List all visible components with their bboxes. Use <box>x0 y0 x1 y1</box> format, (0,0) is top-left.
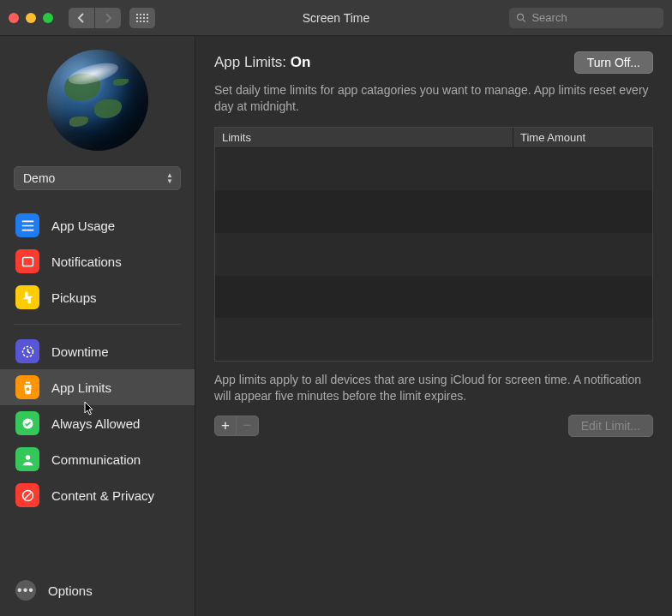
search-icon <box>516 12 526 24</box>
globe-avatar <box>47 50 148 151</box>
sidebar-item-label: App Usage <box>51 218 115 233</box>
turn-off-button[interactable]: Turn Off... <box>574 51 653 74</box>
page-description: Set daily time limits for app catagories… <box>214 82 653 115</box>
sidebar-item-notifications[interactable]: Notifications <box>0 243 195 279</box>
sidebar-item-app-limits[interactable]: App Limits <box>0 369 195 405</box>
sidebar-item-label: Options <box>48 583 93 598</box>
window-controls <box>9 13 53 23</box>
add-limit-button[interactable]: + <box>214 416 237 436</box>
sidebar-item-label: Pickups <box>51 290 97 305</box>
svg-rect-2 <box>22 257 33 266</box>
forward-button[interactable] <box>95 8 121 28</box>
zoom-window-button[interactable] <box>43 13 53 23</box>
show-all-button[interactable] <box>129 8 155 28</box>
table-body[interactable] <box>215 148 652 361</box>
chevron-right-icon <box>104 13 112 23</box>
titlebar: Screen Time <box>0 0 672 36</box>
sidebar-item-label: Content & Privacy <box>51 488 154 503</box>
window-title: Screen Time <box>303 11 370 25</box>
sidebar-item-content-privacy[interactable]: Content & Privacy <box>0 477 195 513</box>
pickups-icon <box>15 285 39 309</box>
app-usage-icon <box>15 213 39 237</box>
sidebar-item-label: Notifications <box>51 254 122 269</box>
page-title-prefix: App Limits: <box>214 54 291 70</box>
sidebar-item-always-allowed[interactable]: Always Allowed <box>0 405 195 441</box>
user-select[interactable]: Demo ▲▼ <box>14 166 181 190</box>
app-limits-icon <box>15 375 39 399</box>
content-pane: App Limits: On Turn Off... Set daily tim… <box>195 36 672 616</box>
content-privacy-icon <box>15 483 39 507</box>
sidebar-list: App Usage Notifications Pickups Down <box>0 207 195 513</box>
nav-buttons <box>69 8 121 28</box>
sidebar-item-options[interactable]: ••• Options <box>0 570 195 611</box>
sidebar-item-label: Communication <box>51 452 141 467</box>
sidebar-divider <box>14 324 181 325</box>
options-icon: ••• <box>15 580 36 601</box>
table-row <box>215 318 652 361</box>
grid-icon <box>136 14 148 22</box>
sidebar-item-downtime[interactable]: Downtime <box>0 333 195 369</box>
back-button[interactable] <box>69 8 94 28</box>
table-row <box>215 190 652 233</box>
svg-line-1 <box>523 19 525 21</box>
limits-table: Limits Time Amount <box>214 127 653 362</box>
user-avatar-wrap <box>0 50 195 151</box>
close-window-button[interactable] <box>9 13 19 23</box>
sidebar-item-label: App Limits <box>51 380 111 395</box>
column-header-limits[interactable]: Limits <box>215 128 513 147</box>
updown-chevron-icon: ▲▼ <box>166 173 173 184</box>
remove-limit-button[interactable]: − <box>237 416 259 436</box>
sidebar-item-label: Always Allowed <box>51 416 140 431</box>
table-row <box>215 233 652 276</box>
communication-icon <box>15 447 39 471</box>
page-title-state: On <box>291 54 311 70</box>
sidebar: Demo ▲▼ App Usage Notifications Pic <box>0 36 195 616</box>
downtime-icon <box>15 339 39 363</box>
search-field[interactable] <box>509 8 663 28</box>
always-allowed-icon <box>15 411 39 435</box>
action-row: + − Edit Limit... <box>214 415 653 437</box>
svg-point-4 <box>26 387 29 391</box>
page-title: App Limits: On <box>214 54 310 71</box>
sidebar-item-app-usage[interactable]: App Usage <box>0 207 195 243</box>
minimize-window-button[interactable] <box>26 13 36 23</box>
search-input[interactable] <box>531 11 657 24</box>
table-header: Limits Time Amount <box>215 128 652 148</box>
table-row <box>215 148 652 191</box>
svg-point-6 <box>25 455 29 459</box>
svg-line-8 <box>24 492 32 499</box>
table-row <box>215 276 652 319</box>
edit-limit-button[interactable]: Edit Limit... <box>568 415 653 437</box>
column-header-time-amount[interactable]: Time Amount <box>513 128 652 147</box>
notifications-icon <box>15 249 39 273</box>
content-header: App Limits: On Turn Off... <box>214 51 653 74</box>
sidebar-item-label: Downtime <box>51 344 109 359</box>
user-select-label: Demo <box>23 171 55 185</box>
chevron-left-icon <box>77 13 86 23</box>
svg-point-0 <box>518 14 524 20</box>
sidebar-item-pickups[interactable]: Pickups <box>0 279 195 315</box>
sidebar-item-communication[interactable]: Communication <box>0 441 195 477</box>
footnote-text: App limits apply to all devices that are… <box>214 372 653 404</box>
